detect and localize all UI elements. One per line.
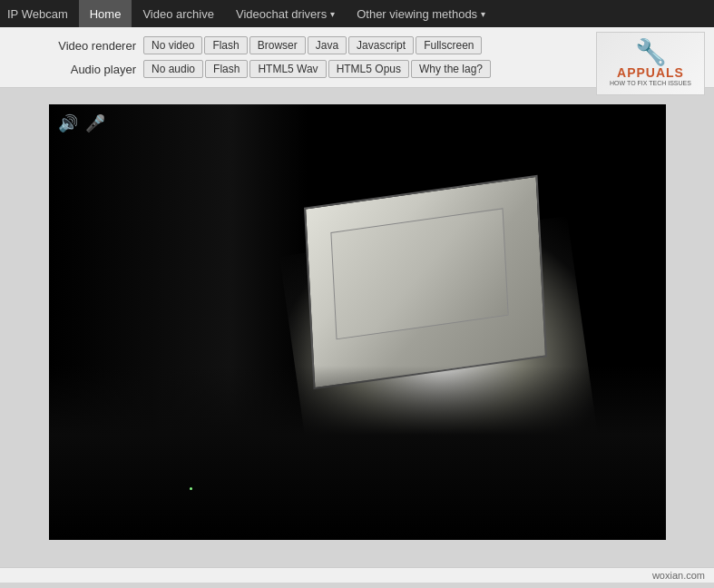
nav-item-videochat-drivers[interactable]: Videochat drivers ▾ bbox=[225, 0, 346, 27]
btn-html5-wav[interactable]: HTML5 Wav bbox=[249, 60, 326, 78]
btn-javascript[interactable]: Javascript bbox=[348, 36, 414, 54]
video-container: 🔊 🎤 bbox=[49, 104, 666, 540]
page-wrapper: IP Webcam Home Video archive Videochat d… bbox=[0, 0, 714, 583]
audio-player-buttons: No audio Flash HTML5 Wav HTML5 Opus Why … bbox=[143, 60, 491, 78]
video-renderer-label: Video renderer bbox=[18, 39, 136, 53]
nav-item-other-viewing[interactable]: Other viewing methods ▾ bbox=[346, 0, 496, 27]
logo-tagline: HOW TO FIX TECH ISSUES bbox=[610, 80, 691, 87]
btn-why-lag[interactable]: Why the lag? bbox=[411, 60, 491, 78]
webcam-feed bbox=[49, 104, 666, 540]
video-renderer-buttons: No video Flash Browser Java Javascript F… bbox=[143, 36, 482, 54]
sound-icon[interactable]: 🔊 bbox=[58, 113, 78, 133]
mic-icon[interactable]: 🎤 bbox=[85, 113, 105, 133]
chevron-down-icon: ▾ bbox=[481, 9, 485, 19]
audio-player-row: Audio player No audio Flash HTML5 Wav HT… bbox=[18, 60, 696, 78]
webcam-green-dot bbox=[190, 487, 192, 490]
btn-fullscreen[interactable]: Fullscreen bbox=[416, 36, 482, 54]
btn-html5-opus[interactable]: HTML5 Opus bbox=[328, 60, 409, 78]
logo-area: 🔧 APPUALS HOW TO FIX TECH ISSUES bbox=[596, 32, 705, 95]
chevron-down-icon: ▾ bbox=[330, 9, 335, 19]
btn-no-audio[interactable]: No audio bbox=[143, 60, 203, 78]
webcam-screen bbox=[304, 175, 547, 390]
nav-item-video-archive[interactable]: Video archive bbox=[132, 0, 225, 27]
btn-no-video[interactable]: No video bbox=[143, 36, 202, 54]
footer-text: woxian.com bbox=[652, 570, 705, 581]
btn-browser[interactable]: Browser bbox=[249, 36, 306, 54]
webcam-dark-bottom bbox=[49, 366, 666, 540]
navbar: IP Webcam Home Video archive Videochat d… bbox=[0, 0, 714, 27]
btn-flash-audio[interactable]: Flash bbox=[205, 60, 248, 78]
footer-bar: woxian.com bbox=[0, 567, 714, 583]
navbar-brand: IP Webcam bbox=[7, 7, 68, 21]
btn-flash-video[interactable]: Flash bbox=[204, 36, 247, 54]
video-overlay-icons: 🔊 🎤 bbox=[58, 113, 105, 133]
webcam-screen-inner bbox=[330, 209, 508, 340]
audio-player-label: Audio player bbox=[18, 63, 136, 76]
nav-item-home[interactable]: Home bbox=[79, 0, 132, 27]
logo-name: APPUALS bbox=[617, 65, 684, 80]
btn-java[interactable]: Java bbox=[308, 36, 347, 54]
logo-icon: 🔧 bbox=[635, 40, 667, 65]
video-renderer-row: Video renderer No video Flash Browser Ja… bbox=[18, 36, 696, 54]
